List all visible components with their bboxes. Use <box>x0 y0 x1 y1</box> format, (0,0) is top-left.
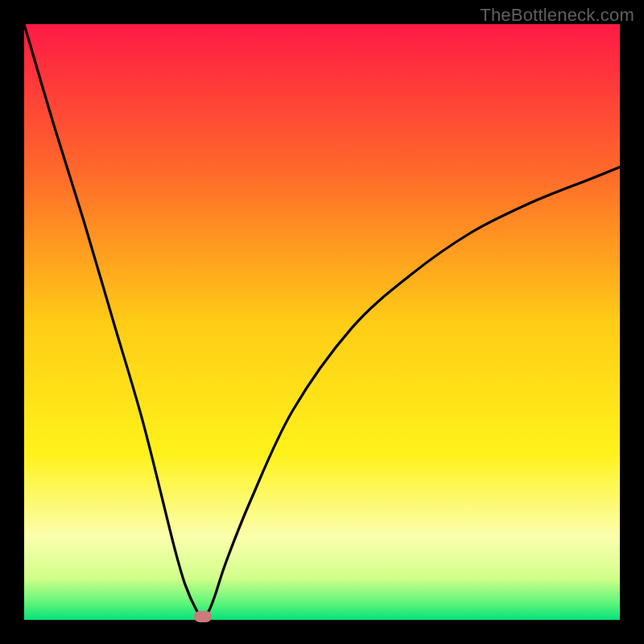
optimum-marker <box>194 611 212 622</box>
bottleneck-curve <box>24 24 620 620</box>
chart-frame <box>24 24 620 620</box>
watermark-text: TheBottleneck.com <box>480 5 634 26</box>
